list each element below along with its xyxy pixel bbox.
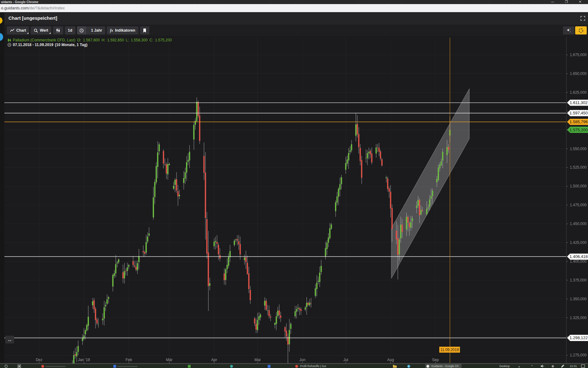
candle bbox=[289, 319, 290, 352]
globe-icon[interactable] bbox=[407, 365, 410, 368]
candle-body bbox=[116, 262, 118, 263]
candle bbox=[88, 306, 89, 330]
candle-body bbox=[147, 237, 148, 242]
candle bbox=[143, 245, 144, 257]
candle bbox=[274, 322, 276, 329]
volume-icon[interactable] bbox=[541, 365, 544, 368]
candle-body bbox=[158, 144, 160, 151]
candle bbox=[73, 351, 75, 364]
tray-status-dot[interactable] bbox=[552, 365, 554, 368]
candle bbox=[92, 298, 93, 309]
taskbar-app-2[interactable] bbox=[113, 365, 137, 368]
tray-caret-icon[interactable]: ^ bbox=[531, 365, 533, 368]
candle-body bbox=[164, 164, 166, 165]
candle-body bbox=[325, 248, 326, 256]
candle-body bbox=[122, 272, 124, 279]
candle-body bbox=[167, 164, 168, 174]
price-axis-label: 1.350,000 bbox=[570, 297, 588, 301]
candle bbox=[167, 158, 168, 180]
candle-body bbox=[218, 245, 219, 255]
windows-taskbar[interactable]: Profil Rohstoffe | Gui Guidants - Google… bbox=[0, 364, 588, 368]
candle-body bbox=[260, 314, 261, 317]
candle-body bbox=[318, 281, 319, 282]
ohlc-open-value: 1.567,600 bbox=[83, 38, 100, 42]
candle bbox=[234, 239, 235, 247]
candle bbox=[135, 260, 137, 271]
candle-body bbox=[135, 267, 137, 270]
candle bbox=[188, 153, 189, 165]
price-axis-label: 1.675,000 bbox=[570, 53, 588, 57]
price-axis-label: 1.475,000 bbox=[570, 203, 588, 207]
candle-body bbox=[399, 239, 400, 254]
candle bbox=[318, 276, 319, 284]
taskbar-app-4[interactable] bbox=[230, 365, 233, 368]
pen-icon[interactable] bbox=[561, 365, 564, 368]
taskbar-app-6[interactable]: Profil Rohstoffe | Gui bbox=[295, 365, 326, 368]
candle bbox=[321, 260, 322, 275]
candlestick-chart[interactable] bbox=[0, 0, 588, 364]
candle bbox=[153, 187, 154, 220]
candle-body bbox=[296, 309, 297, 312]
taskbar-app-1[interactable] bbox=[41, 365, 65, 368]
task-view-icon[interactable] bbox=[18, 365, 21, 368]
candle-body bbox=[442, 152, 443, 160]
series-legend[interactable]: Palladium (Commerzbank CFD, Last) O:1.56… bbox=[8, 38, 172, 42]
candle bbox=[186, 156, 187, 181]
candle-body bbox=[400, 225, 401, 239]
candle bbox=[258, 312, 260, 325]
tray-desktop-label[interactable]: Desktop bbox=[499, 365, 510, 368]
price-axis-label: 1.550,000 bbox=[570, 147, 588, 151]
candle-body bbox=[409, 223, 410, 227]
candle-body bbox=[76, 352, 77, 356]
candle-body bbox=[78, 346, 79, 352]
candle-body bbox=[289, 330, 290, 344]
candle bbox=[198, 101, 199, 118]
candle-body bbox=[112, 275, 114, 287]
taskbar-app-3[interactable] bbox=[188, 365, 191, 368]
candle-body bbox=[309, 303, 310, 305]
candle-body bbox=[177, 191, 178, 197]
candle-body bbox=[370, 151, 371, 154]
action-center-icon[interactable] bbox=[581, 365, 585, 368]
candle bbox=[215, 237, 216, 250]
candle bbox=[240, 237, 241, 260]
candle-body bbox=[86, 325, 87, 331]
tray-clock[interactable]: 21:01 bbox=[570, 365, 577, 368]
candle-body bbox=[125, 271, 126, 271]
candle-body bbox=[144, 252, 145, 254]
taskbar-app-7[interactable]: Guidants - Google Ch bbox=[426, 365, 459, 368]
candle-body bbox=[306, 303, 307, 307]
tray-overflow-chevron[interactable]: » bbox=[518, 365, 520, 368]
candle bbox=[114, 270, 115, 278]
search-circle-icon[interactable] bbox=[4, 365, 8, 368]
candle bbox=[339, 177, 341, 196]
candle bbox=[115, 255, 116, 277]
taskbar-app-5[interactable] bbox=[268, 365, 271, 368]
candle-body bbox=[355, 124, 357, 136]
candle-body bbox=[148, 234, 150, 235]
candle-body bbox=[176, 179, 177, 191]
candle-body bbox=[173, 186, 174, 189]
price-axis-label: 1.375,000 bbox=[570, 278, 588, 282]
ohlc-close-value: 1.575,200 bbox=[155, 38, 172, 42]
candle-body bbox=[381, 159, 383, 166]
month-axis-label: Feb bbox=[126, 358, 132, 362]
candle-body bbox=[279, 311, 280, 315]
candle bbox=[104, 301, 105, 326]
candle-body bbox=[361, 160, 362, 178]
candle bbox=[206, 212, 208, 258]
folder-icon[interactable] bbox=[393, 365, 397, 368]
candle-body bbox=[448, 147, 449, 150]
candle bbox=[137, 260, 138, 274]
candle bbox=[116, 261, 118, 267]
candle-body bbox=[137, 263, 138, 271]
candle bbox=[209, 278, 210, 290]
candle-body bbox=[230, 251, 231, 257]
candle-body bbox=[257, 320, 258, 330]
horizontal-resize-button[interactable]: ↔ bbox=[5, 336, 14, 344]
crosshair-date-tag: 11.09.2019 bbox=[439, 347, 460, 353]
candle-body bbox=[329, 228, 331, 238]
trend-channel-drawing[interactable] bbox=[391, 89, 469, 278]
candle bbox=[386, 176, 387, 182]
candle-body bbox=[115, 264, 116, 274]
